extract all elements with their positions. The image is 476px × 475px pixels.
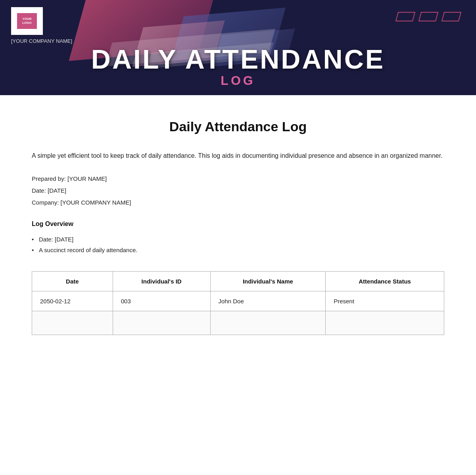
table-body: 2050-02-12003John DoePresent — [32, 291, 444, 335]
date-value: [DATE] — [48, 187, 66, 194]
prepared-by-line: Prepared by: [YOUR NAME] — [32, 173, 444, 185]
cell-date: 2050-02-12 — [32, 291, 113, 311]
diamond-icon-1 — [395, 12, 415, 21]
col-header-name: Individual's Name — [210, 272, 326, 291]
header-sub-title: LOG — [0, 73, 476, 88]
cell-id: 003 — [113, 291, 210, 311]
diamond-icon-3 — [441, 12, 461, 21]
main-content: Daily Attendance Log A simple yet effici… — [0, 95, 476, 359]
col-header-status: Attendance Status — [326, 272, 444, 291]
document-meta: Prepared by: [YOUR NAME] Date: [DATE] Co… — [32, 173, 444, 209]
cell-name: John Doe — [210, 291, 326, 311]
cell-id — [113, 311, 210, 335]
col-header-id: Individual's ID — [113, 272, 210, 291]
document-description: A simple yet efficient tool to keep trac… — [32, 150, 444, 161]
header: YOUR LOGO [YOUR COMPANY NAME] DAILY ATTE… — [0, 0, 476, 95]
cell-date — [32, 311, 113, 335]
prepared-by-value: [YOUR NAME] — [67, 175, 107, 182]
diamond-icon-2 — [418, 12, 438, 21]
header-company-name: [YOUR COMPANY NAME] — [11, 38, 72, 44]
company-value: [YOUR COMPANY NAME] — [61, 199, 131, 206]
overview-item-date: Date: [DATE] — [32, 234, 444, 245]
logo-text: YOUR LOGO — [22, 17, 32, 25]
cell-name — [210, 311, 326, 335]
table-row: 2050-02-12003John DoePresent — [32, 291, 444, 311]
cell-status — [326, 311, 444, 335]
col-header-date: Date — [32, 272, 113, 291]
logo-box: YOUR LOGO — [11, 7, 43, 35]
log-overview-title: Log Overview — [32, 220, 444, 228]
overview-item-record: A succinct record of daily attendance. — [32, 245, 444, 255]
header-title-block: DAILY ATTENDANCE LOG — [0, 46, 476, 88]
cell-status: Present — [326, 291, 444, 311]
overview-list: Date: [DATE] A succinct record of daily … — [32, 234, 444, 255]
company-label: Company: — [32, 199, 59, 206]
attendance-table: Date Individual's ID Individual's Name A… — [32, 271, 444, 335]
date-line: Date: [DATE] — [32, 185, 444, 197]
date-label: Date: — [32, 187, 46, 194]
company-line: Company: [YOUR COMPANY NAME] — [32, 197, 444, 209]
diamond-decorations — [397, 12, 460, 21]
prepared-by-label: Prepared by: — [32, 175, 66, 182]
table-row — [32, 311, 444, 335]
logo-inner: YOUR LOGO — [17, 13, 37, 29]
header-main-title: DAILY ATTENDANCE — [0, 46, 476, 73]
table-header-row: Date Individual's ID Individual's Name A… — [32, 272, 444, 291]
document-title: Daily Attendance Log — [32, 119, 444, 134]
